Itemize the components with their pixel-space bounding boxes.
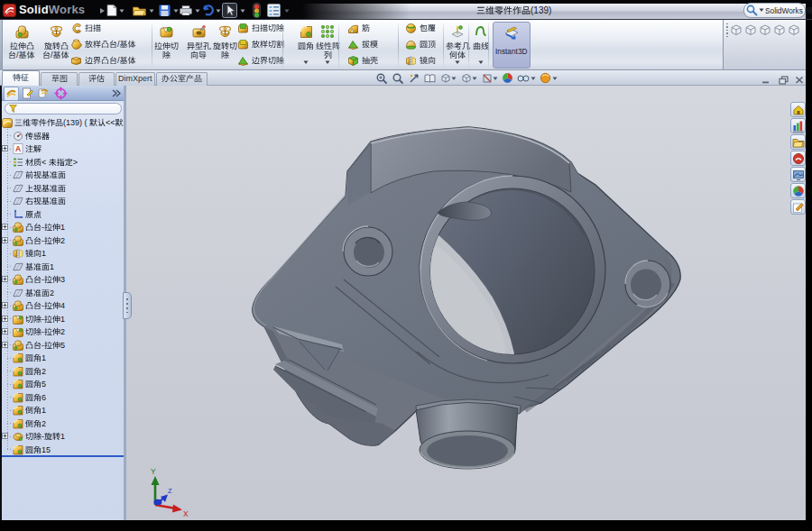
svg-text:-: -: [42, 275, 44, 284]
svg-text:6: 6: [42, 393, 46, 402]
svg-text:1: 1: [60, 315, 65, 324]
svg-text:2: 2: [60, 236, 65, 245]
svg-text:-: -: [42, 223, 44, 232]
svg-text:-: -: [42, 432, 44, 441]
svg-text:1: 1: [60, 223, 65, 232]
svg-text:2: 2: [42, 419, 46, 428]
svg-text:5: 5: [42, 380, 46, 389]
svg-text:Y: Y: [151, 467, 156, 476]
svg-text:(139) (: (139) (: [63, 118, 88, 127]
svg-text:15: 15: [42, 445, 51, 454]
svg-text:3: 3: [60, 275, 65, 284]
svg-text:Z: Z: [168, 487, 172, 495]
svg-text:<<: <<: [106, 118, 115, 127]
svg-text:4: 4: [60, 301, 65, 310]
svg-text:-: -: [42, 236, 44, 245]
svg-text:-: -: [42, 327, 44, 336]
svg-text:1: 1: [42, 353, 46, 362]
svg-text:-: -: [42, 301, 44, 310]
svg-text:1: 1: [60, 432, 65, 441]
svg-text:-: -: [42, 341, 44, 350]
svg-text:-: -: [42, 315, 44, 324]
svg-text:2: 2: [60, 327, 65, 336]
svg-text:2: 2: [50, 288, 54, 298]
svg-text:5: 5: [60, 341, 65, 350]
svg-text:1: 1: [42, 406, 46, 415]
svg-text:X: X: [183, 509, 189, 518]
svg-text:1: 1: [50, 262, 54, 271]
svg-text:SolidWorks: SolidWorks: [765, 5, 803, 14]
svg-text:<: <: [42, 158, 46, 167]
svg-text:>: >: [73, 158, 78, 167]
svg-text:Instant3D: Instant3D: [495, 47, 528, 56]
svg-text:1: 1: [42, 249, 46, 258]
svg-text:(139): (139): [531, 5, 551, 15]
svg-text:2: 2: [42, 367, 46, 376]
